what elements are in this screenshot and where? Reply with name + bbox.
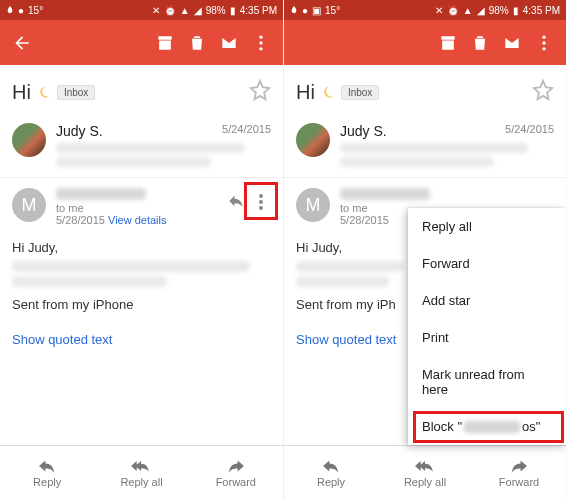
mark-unread-button[interactable] bbox=[215, 29, 243, 57]
phone-screen-left: ● 15° ✕ ⏰ ▲ ◢ 98% ▮ 4:35 PM H bbox=[0, 0, 283, 500]
phone-screen-right: ● ▣ 15° ✕ ⏰ ▲ ◢ 98% ▮ 4:35 PM Hi bbox=[283, 0, 566, 500]
status-bar: ● ▣ 15° ✕ ⏰ ▲ ◢ 98% ▮ 4:35 PM bbox=[284, 0, 566, 20]
toolbar bbox=[284, 20, 566, 65]
status-icon bbox=[6, 6, 14, 14]
battery-icon: ▮ bbox=[230, 5, 236, 16]
svg-point-8 bbox=[542, 47, 545, 50]
status-bar: ● 15° ✕ ⏰ ▲ ◢ 98% ▮ 4:35 PM bbox=[0, 0, 283, 20]
svg-point-7 bbox=[542, 41, 545, 44]
menu-mark-unread[interactable]: Mark unread from here bbox=[408, 356, 566, 408]
svg-point-0 bbox=[259, 35, 262, 38]
avatar bbox=[296, 123, 330, 157]
inbox-chip[interactable]: Inbox bbox=[57, 85, 95, 100]
delete-button[interactable] bbox=[466, 29, 494, 57]
vibrate-icon: ✕ bbox=[435, 5, 443, 16]
subject-text: Hi bbox=[296, 81, 315, 104]
redacted-text bbox=[340, 143, 528, 153]
alarm-icon: ⏰ bbox=[447, 5, 459, 16]
temperature: 15° bbox=[325, 5, 340, 16]
reply-button[interactable]: Reply bbox=[284, 446, 378, 500]
delete-button[interactable] bbox=[183, 29, 211, 57]
redacted-text bbox=[296, 261, 404, 272]
message-date: 5/28/2015 bbox=[340, 214, 389, 226]
svg-point-3 bbox=[259, 194, 263, 198]
wifi-icon: ▲ bbox=[180, 5, 190, 16]
body-signature: Sent from my iPhone bbox=[12, 297, 271, 312]
bottom-action-bar: Reply Reply all Forward bbox=[284, 445, 566, 500]
block-prefix: Block " bbox=[422, 419, 462, 434]
status-icon bbox=[290, 6, 298, 14]
menu-forward[interactable]: Forward bbox=[408, 245, 566, 282]
battery-icon: ▮ bbox=[513, 5, 519, 16]
battery-percent: 98% bbox=[206, 5, 226, 16]
mark-unread-button[interactable] bbox=[498, 29, 526, 57]
subject-row: Hi Inbox bbox=[0, 65, 283, 115]
svg-point-5 bbox=[259, 206, 263, 210]
clock: 4:35 PM bbox=[240, 5, 277, 16]
show-quoted-link[interactable]: Show quoted text bbox=[0, 328, 283, 357]
reply-label: Reply bbox=[317, 476, 345, 488]
avatar bbox=[12, 123, 46, 157]
redacted-text bbox=[56, 157, 211, 167]
redacted-text bbox=[12, 261, 250, 272]
message-body: Hi Judy, Sent from my iPhone bbox=[0, 236, 283, 328]
bottom-action-bar: Reply Reply all Forward bbox=[0, 445, 283, 500]
view-details-link[interactable]: View details bbox=[108, 214, 167, 226]
reply-all-button[interactable]: Reply all bbox=[378, 446, 472, 500]
menu-print[interactable]: Print bbox=[408, 319, 566, 356]
star-button[interactable] bbox=[532, 79, 554, 105]
message-date: 5/24/2015 bbox=[505, 123, 554, 139]
forward-button[interactable]: Forward bbox=[189, 446, 283, 500]
redacted-sender bbox=[340, 188, 430, 200]
redacted-text bbox=[296, 276, 389, 287]
subject-text: Hi bbox=[12, 81, 31, 104]
menu-reply-all[interactable]: Reply all bbox=[408, 208, 566, 245]
archive-button[interactable] bbox=[151, 29, 179, 57]
sender-name: Judy S. bbox=[340, 123, 387, 139]
message-date: 5/28/2015 bbox=[56, 214, 105, 226]
signal-icon: ◢ bbox=[194, 5, 202, 16]
svg-point-1 bbox=[259, 41, 262, 44]
menu-add-star[interactable]: Add star bbox=[408, 282, 566, 319]
battery-percent: 98% bbox=[489, 5, 509, 16]
toolbar bbox=[0, 20, 283, 65]
message-collapsed[interactable]: Judy S. 5/24/2015 bbox=[0, 115, 283, 178]
redacted-text bbox=[340, 157, 494, 167]
vibrate-icon: ✕ bbox=[152, 5, 160, 16]
reply-all-label: Reply all bbox=[404, 476, 446, 488]
screenshot-icon: ▣ bbox=[312, 5, 321, 16]
message-date: 5/24/2015 bbox=[222, 123, 271, 139]
inbox-chip[interactable]: Inbox bbox=[341, 85, 379, 100]
more-button[interactable] bbox=[530, 29, 558, 57]
subject-row: Hi Inbox bbox=[284, 65, 566, 115]
category-icon bbox=[37, 85, 51, 99]
star-button[interactable] bbox=[249, 79, 271, 105]
category-icon bbox=[321, 85, 335, 99]
redacted-text bbox=[12, 276, 167, 287]
weather-icon: ● bbox=[302, 5, 308, 16]
more-button[interactable] bbox=[247, 29, 275, 57]
reply-button[interactable]: Reply bbox=[0, 446, 94, 500]
message-collapsed[interactable]: Judy S. 5/24/2015 bbox=[284, 115, 566, 178]
forward-label: Forward bbox=[499, 476, 539, 488]
signal-icon: ◢ bbox=[477, 5, 485, 16]
forward-button[interactable]: Forward bbox=[472, 446, 566, 500]
reply-all-label: Reply all bbox=[120, 476, 162, 488]
back-button[interactable] bbox=[8, 29, 36, 57]
message-expanded-header: M to me 5/28/2015 View details bbox=[0, 178, 283, 236]
svg-point-2 bbox=[259, 47, 262, 50]
block-suffix: os" bbox=[522, 419, 540, 434]
clock: 4:35 PM bbox=[523, 5, 560, 16]
archive-button[interactable] bbox=[434, 29, 462, 57]
avatar-letter: M bbox=[296, 188, 330, 222]
redacted-name bbox=[464, 421, 520, 433]
reply-all-button[interactable]: Reply all bbox=[94, 446, 188, 500]
overflow-menu: Reply all Forward Add star Print Mark un… bbox=[408, 208, 566, 445]
alarm-icon: ⏰ bbox=[164, 5, 176, 16]
message-overflow-button[interactable] bbox=[249, 188, 273, 216]
forward-label: Forward bbox=[216, 476, 256, 488]
sender-name: Judy S. bbox=[56, 123, 103, 139]
reply-icon[interactable] bbox=[227, 192, 245, 214]
wifi-icon: ▲ bbox=[463, 5, 473, 16]
menu-block-sender[interactable]: Block " os" bbox=[408, 408, 566, 445]
